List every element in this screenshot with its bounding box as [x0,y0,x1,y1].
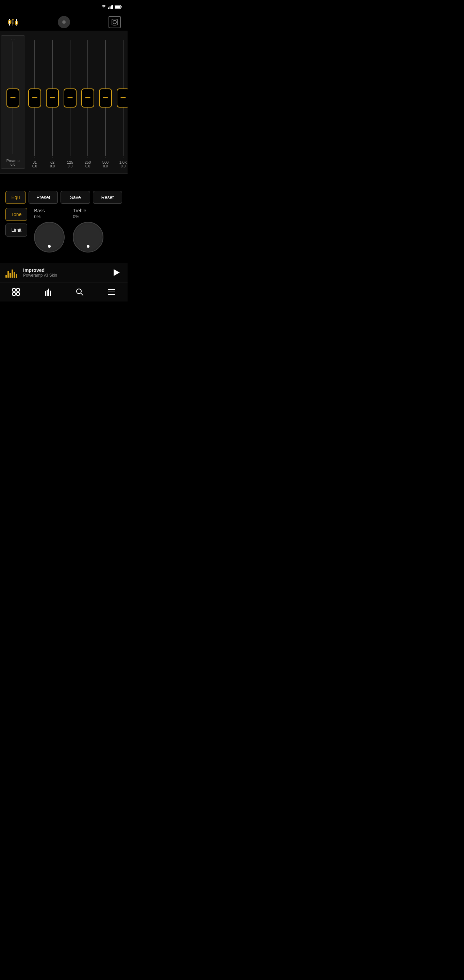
preamp-handle[interactable] [6,89,19,108]
svg-rect-3 [112,5,113,9]
track-subtitle: Poweramp v3 Skin [23,273,106,278]
eq-band-250[interactable]: - - 250 0.0 [79,34,97,170]
preamp-value: 0.0 [11,163,15,166]
svg-rect-1 [110,6,111,9]
band500-value: 0.0 [103,164,108,168]
svg-rect-6 [115,6,120,8]
svg-rect-14 [13,288,15,291]
settings-center-icon[interactable] [58,16,70,28]
limit-button[interactable]: Limit [5,224,27,237]
status-bar [0,0,127,14]
now-playing-bar: Improved Poweramp v3 Skin [0,263,127,282]
svg-rect-0 [108,8,109,9]
bottom-nav-menu[interactable] [102,286,121,298]
bass-knob-indicator [48,245,51,248]
eq-band-preamp[interactable]: -- -- Preamp 0.0 [1,35,25,169]
band31-label: 31 [33,160,37,164]
controls-section: Equ Preset Save Reset Tone Limit Bass 0%… [0,184,127,256]
band125-label: 125 [67,160,73,164]
waveform-bar-1 [5,275,7,278]
eq-band-62[interactable]: - - 62 0.0 [43,34,61,170]
bass-knob[interactable] [34,222,65,253]
band125-value: 0.0 [68,164,73,168]
status-icons [101,5,122,9]
band62-scale-bottom: - [52,156,53,159]
band1k-value: 0.0 [121,164,126,168]
eq-section: -- -- Preamp 0.0 - - [0,30,127,173]
signal-icon [108,5,113,9]
band500-handle[interactable] [99,89,112,108]
bottom-nav-library[interactable] [6,286,25,298]
equalizer-nav-icon [44,288,52,296]
svg-rect-19 [47,290,48,296]
eq-band-31[interactable]: - - 31 0.0 [26,34,43,170]
play-button[interactable] [110,266,122,279]
band125-scale-bottom: - [70,156,71,159]
wifi-icon [101,5,106,9]
top-nav [0,14,127,30]
band31-value: 0.0 [32,164,37,168]
band125-handle[interactable] [64,89,76,108]
equalizer-sliders-icon[interactable] [7,16,19,28]
treble-knob-group: Treble 0% [73,208,103,253]
treble-value: 0% [73,214,79,219]
band62-handle[interactable] [46,89,59,108]
preamp-slider-track[interactable] [1,41,25,154]
waveform-bar-4 [11,269,13,278]
band250-handle[interactable] [81,89,94,108]
menu-nav-icon [108,288,116,296]
band31-scale-bottom: - [34,156,35,159]
svg-rect-21 [50,291,51,296]
track-info: Improved Poweramp v3 Skin [23,267,106,278]
spacer [0,174,127,184]
eq-band-500[interactable]: - - 500 0.0 [97,34,114,170]
eq-band-125[interactable]: - - 125 0.0 [61,34,79,170]
waveform-bar-3 [10,273,11,278]
preamp-scale-bottom: -- [11,154,14,157]
svg-rect-2 [111,5,112,9]
svg-rect-18 [45,291,46,296]
svg-rect-16 [13,293,15,295]
band62-scale-top: - [52,36,53,39]
bottom-nav-search[interactable] [70,286,89,298]
surround-icon[interactable] [108,16,121,28]
svg-point-13 [113,21,116,24]
treble-knob[interactable] [73,222,103,253]
preset-button[interactable]: Preset [29,191,58,204]
bottom-nav [0,282,127,301]
svg-line-23 [81,293,83,295]
tone-button[interactable]: Tone [5,208,27,221]
waveform-bar-6 [16,274,17,278]
treble-knob-indicator [87,245,89,248]
svg-rect-17 [17,293,19,295]
search-nav-icon [76,288,84,296]
band125-scale-top: - [70,36,71,39]
waveform-bar-5 [14,272,15,278]
bass-knob-group: Bass 0% [34,208,65,253]
svg-rect-5 [121,6,122,8]
flex-spacer [0,256,127,263]
library-icon [12,288,20,296]
eq-container: -- -- Preamp 0.0 - - [0,34,127,170]
preamp-scale-top: -- [11,38,14,41]
bottom-nav-equalizer[interactable] [38,286,57,298]
band31-slider-track[interactable] [26,40,43,156]
svg-rect-15 [17,288,19,291]
track-title: Improved [23,267,106,273]
controls-middle-row: Tone Limit Bass 0% Treble 0% [5,208,122,253]
treble-label: Treble [73,208,86,213]
play-triangle-icon [114,269,120,276]
equ-button[interactable]: Equ [5,191,26,204]
reset-button[interactable]: Reset [93,191,122,204]
save-button[interactable]: Save [60,191,90,204]
bass-label: Bass [34,208,44,213]
band62-value: 0.0 [50,164,55,168]
controls-top-row: Equ Preset Save Reset [5,191,122,204]
band1k-handle[interactable] [117,89,127,108]
track-waveform [5,267,19,278]
band31-handle[interactable] [28,89,41,108]
band250-value: 0.0 [86,164,90,168]
band31-scale-top: - [34,36,35,39]
bass-value: 0% [34,214,40,219]
eq-band-1k[interactable]: - - 1.0K 0.0 [114,34,127,170]
